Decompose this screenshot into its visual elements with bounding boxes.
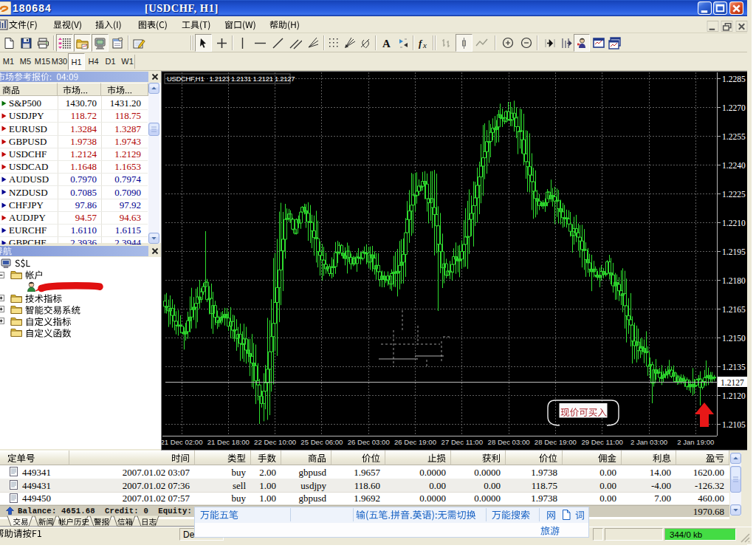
svg-text:29 Dec 11:00: 29 Dec 11:00 — [582, 438, 623, 446]
svg-text:1.2120: 1.2120 — [722, 391, 746, 400]
svg-text:1.2150: 1.2150 — [722, 334, 746, 343]
svg-text:2 Jan 19:00: 2 Jan 19:00 — [677, 438, 714, 446]
svg-text:1.2165: 1.2165 — [722, 305, 746, 314]
svg-text:28 Dec 03:00: 28 Dec 03:00 — [488, 438, 530, 446]
svg-text:1.2240: 1.2240 — [722, 161, 746, 170]
svg-text:26 Dec 19:00: 26 Dec 19:00 — [394, 438, 436, 446]
svg-text:27 Dec 11:00: 27 Dec 11:00 — [441, 438, 483, 446]
svg-text:21 Dec 18:00: 21 Dec 18:00 — [207, 438, 250, 446]
svg-text:1.2285: 1.2285 — [722, 75, 746, 83]
svg-text:1.2210: 1.2210 — [722, 219, 746, 227]
svg-text:1.2270: 1.2270 — [722, 103, 746, 112]
svg-text:1.2225: 1.2225 — [722, 190, 746, 199]
svg-text:26 Dec 03:00: 26 Dec 03:00 — [348, 438, 390, 446]
svg-text:A: A — [382, 38, 391, 49]
svg-text:1.2105: 1.2105 — [722, 420, 746, 429]
svg-text:2 Jan 03:00: 2 Jan 03:00 — [630, 438, 667, 446]
svg-text:28 Dec 19:00: 28 Dec 19:00 — [535, 438, 577, 446]
svg-text:1.2255: 1.2255 — [722, 132, 746, 141]
svg-text:1.2195: 1.2195 — [722, 247, 746, 256]
svg-text:22 Dec 10:00: 22 Dec 10:00 — [254, 438, 296, 446]
svg-text:21 Dec 02:00: 21 Dec 02:00 — [162, 438, 203, 446]
svg-text:x: x — [422, 41, 427, 49]
svg-text:1.2127: 1.2127 — [721, 378, 744, 387]
svg-text:1.2135: 1.2135 — [722, 363, 746, 371]
svg-text:USDCHF,H1 1.2123 1.2131 1.21: USDCHF,H1 1.2123 1.2131 1.2121 1.2127 — [167, 75, 295, 83]
svg-text:25 Dec 06:00: 25 Dec 06:00 — [300, 438, 343, 446]
svg-text:1.2180: 1.2180 — [722, 276, 746, 285]
